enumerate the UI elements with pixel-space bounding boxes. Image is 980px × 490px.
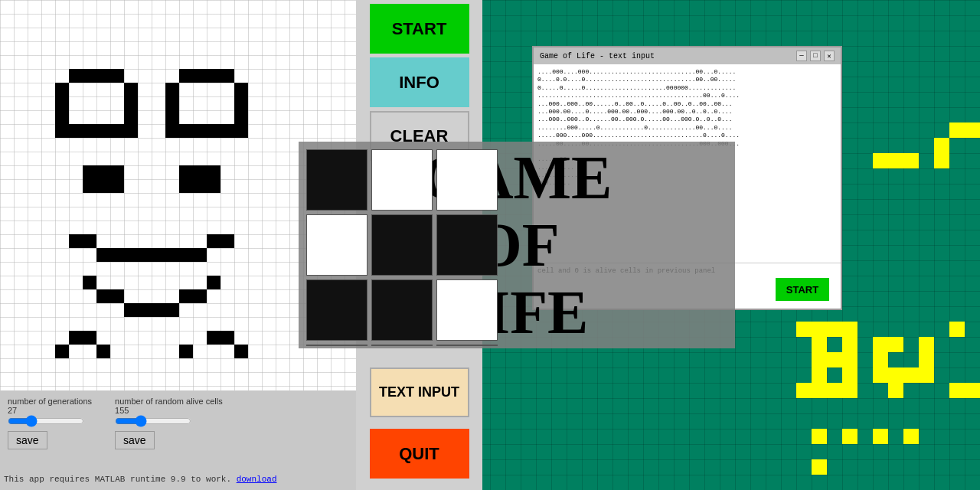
live-cell — [193, 248, 207, 262]
preview-cell-5 — [436, 214, 498, 276]
live-cell — [138, 303, 152, 317]
live-cell — [220, 331, 234, 345]
live-cell — [83, 276, 96, 289]
live-cell — [55, 83, 69, 96]
terminal-start-button[interactable]: START — [776, 278, 829, 301]
terminal-titlebar: Game of Life - text input ─ □ ✕ — [534, 47, 841, 64]
live-cell — [207, 234, 220, 248]
yellow-cell — [965, 383, 980, 398]
yellow-cell — [796, 322, 812, 337]
live-cell — [83, 124, 96, 138]
matlab-notice: This app requires MATLAB runtime 9.9 to … — [4, 475, 276, 484]
yellow-cell — [903, 429, 919, 444]
live-cell — [193, 289, 207, 303]
live-cell — [83, 69, 96, 83]
live-cell — [165, 110, 179, 124]
matlab-text-content: This app requires MATLAB runtime 9.9 to … — [4, 475, 231, 484]
quit-button[interactable]: QUIT — [370, 429, 469, 479]
live-cell — [179, 248, 193, 262]
live-cell — [234, 110, 248, 124]
live-cell — [220, 124, 234, 138]
live-cell — [207, 331, 220, 345]
alive-cells-slider[interactable] — [115, 417, 191, 425]
terminal-line: ........000.....0............0..........… — [537, 124, 837, 132]
yellow-cell — [919, 352, 934, 368]
terminal-minimize-button[interactable]: ─ — [796, 51, 807, 61]
alive-cells-slider-container — [115, 416, 223, 427]
live-cell — [207, 69, 220, 83]
live-cell — [83, 179, 124, 193]
preview-cell-8 — [436, 279, 498, 341]
yellow-cell — [919, 368, 934, 383]
terminal-maximize-button[interactable]: □ — [810, 51, 821, 61]
live-cell — [234, 124, 248, 138]
terminal-line: 0.....0.....0......................00000… — [537, 84, 837, 92]
live-cell — [124, 248, 138, 262]
live-cell — [234, 83, 248, 96]
terminal-line: ...000..000..0......00..000.0.....00...0… — [537, 116, 837, 123]
yellow-cell — [888, 383, 903, 398]
live-cell — [96, 289, 110, 303]
save-alive-cells-button[interactable]: save — [115, 431, 155, 449]
live-cell — [110, 248, 124, 262]
live-cell — [83, 331, 96, 345]
live-cell — [96, 69, 110, 83]
live-cell — [110, 69, 124, 83]
yellow-cell — [842, 429, 858, 444]
terminal-line: ........................................… — [537, 92, 837, 100]
preview-cell-1 — [371, 149, 433, 211]
alive-cells-section: number of random alive cells 155 save — [115, 397, 223, 449]
live-cell — [207, 124, 220, 138]
yellow-cell — [949, 383, 965, 398]
live-cell — [234, 96, 248, 110]
yellow-cell — [873, 153, 888, 168]
live-cell — [193, 124, 207, 138]
yellow-cell — [812, 337, 827, 352]
yellow-cell — [812, 429, 827, 444]
preview-grid — [299, 142, 486, 345]
live-cell — [165, 96, 179, 110]
live-cell — [165, 248, 179, 262]
preview-cell-9 — [306, 345, 368, 346]
yellow-cell — [827, 322, 842, 337]
live-cell — [234, 345, 248, 358]
text-input-button[interactable]: TEXT INPUT — [370, 368, 469, 417]
terminal-close-button[interactable]: ✕ — [824, 51, 835, 61]
generations-slider[interactable] — [8, 417, 84, 425]
start-button[interactable]: START — [370, 4, 469, 54]
live-cell — [179, 289, 193, 303]
live-cell — [69, 124, 83, 138]
yellow-cell — [812, 352, 827, 368]
terminal-line: 0....0.0....0...........................… — [537, 76, 837, 83]
live-cell — [207, 276, 220, 289]
live-cell — [179, 345, 193, 358]
yellow-cell — [873, 368, 888, 383]
live-cell — [96, 345, 110, 358]
stats-row: number of generations 27 save number of … — [8, 397, 348, 449]
live-cell — [179, 69, 193, 83]
yellow-cell — [949, 322, 965, 337]
preview-cell-10 — [371, 345, 433, 346]
live-cell — [138, 248, 152, 262]
yellow-cell — [949, 122, 965, 138]
preview-cell-6 — [306, 279, 368, 341]
live-cell — [124, 110, 138, 124]
yellow-cell — [903, 368, 919, 383]
live-cell — [83, 234, 96, 248]
yellow-cell — [812, 383, 827, 398]
download-link[interactable]: download — [237, 475, 277, 484]
live-cell — [96, 248, 110, 262]
live-cell — [193, 69, 207, 83]
live-cell — [55, 96, 69, 110]
live-cell — [96, 124, 110, 138]
live-cell — [69, 331, 83, 345]
alive-cells-label: number of random alive cells — [115, 397, 223, 406]
generations-value: 27 — [8, 406, 92, 415]
live-cell — [152, 303, 165, 317]
live-cell — [165, 124, 179, 138]
live-cell — [220, 234, 234, 248]
terminal-title: Game of Life - text input — [540, 52, 655, 60]
save-generations-button[interactable]: save — [8, 431, 47, 449]
preview-cell-3 — [306, 214, 368, 276]
info-button[interactable]: INFO — [370, 57, 469, 107]
